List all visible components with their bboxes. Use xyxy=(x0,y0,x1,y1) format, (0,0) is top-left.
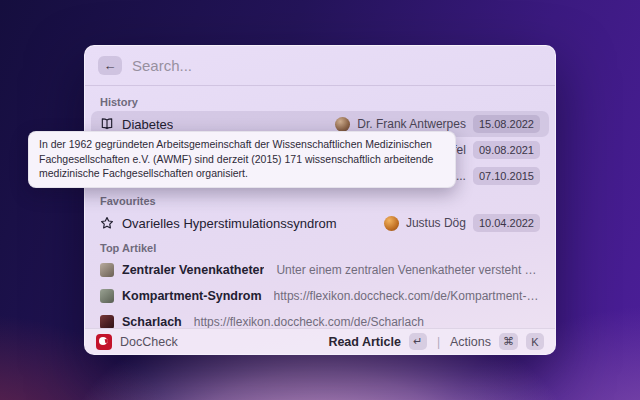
date-badge: 10.04.2022 xyxy=(473,214,540,232)
author-name: Justus Dög xyxy=(406,216,466,230)
item-title: Diabetes xyxy=(122,117,173,132)
item-title: Ovarielles Hyperstimulationssyndrom xyxy=(122,216,337,231)
actions-button[interactable]: Actions xyxy=(450,335,491,349)
search-bar: ← xyxy=(85,46,555,85)
date-badge: 15.08.2022 xyxy=(473,115,540,133)
article-item-scharlach[interactable]: Scharlach https://flexikon.doccheck.com/… xyxy=(91,309,549,328)
author-avatar xyxy=(335,117,350,132)
back-button[interactable]: ← xyxy=(98,56,122,75)
article-subtitle: Unter einem zentralen Venenkatheter vers… xyxy=(276,263,540,277)
footer-separator: | xyxy=(437,335,440,349)
awmf-tooltip: In der 1962 gegründeten Arbeitsgemeinsch… xyxy=(28,131,456,188)
k-key-icon: K xyxy=(526,333,544,350)
arrow-left-icon: ← xyxy=(104,59,117,72)
date-badge: 09.08.2021 xyxy=(473,141,540,159)
article-thumbnail xyxy=(100,289,114,303)
article-title: Kompartment-Syndrom xyxy=(122,289,262,303)
command-key-icon: ⌘ xyxy=(499,333,518,350)
article-thumbnail xyxy=(100,315,114,328)
footer-bar: DocCheck Read Article ↵ | Actions ⌘ K xyxy=(85,328,555,354)
section-label-top-artikel: Top Artikel xyxy=(100,242,540,254)
app-name: DocCheck xyxy=(120,335,178,349)
read-article-button[interactable]: Read Article xyxy=(328,335,400,349)
article-item-venenkatheter[interactable]: Zentraler Venenkatheter Unter einem zent… xyxy=(91,257,549,283)
article-subtitle: https://flexikon.doccheck.com/de/Scharla… xyxy=(194,315,424,328)
author-name: Dr. Frank Antwerpes xyxy=(357,117,466,131)
favourite-item-ohss[interactable]: Ovarielles Hyperstimulationssyndrom Just… xyxy=(91,210,549,236)
results-list: History Diabetes Dr. Frank Antwerpes 15.… xyxy=(85,86,555,328)
section-label-favourites: Favourites xyxy=(100,195,540,207)
launcher-window: ← History Diabetes Dr. Frank Antwerpes 1… xyxy=(84,45,556,355)
return-key-icon: ↵ xyxy=(409,333,427,350)
article-title: Scharlach xyxy=(122,315,182,328)
author-avatar xyxy=(384,216,399,231)
article-item-kompartment[interactable]: Kompartment-Syndrom https://flexikon.doc… xyxy=(91,283,549,309)
section-label-history: History xyxy=(100,96,540,108)
doccheck-logo-icon xyxy=(96,334,112,350)
article-title: Zentraler Venenkatheter xyxy=(122,263,264,277)
open-book-icon xyxy=(100,117,114,131)
date-badge: 07.10.2015 xyxy=(473,167,540,185)
article-thumbnail xyxy=(100,263,114,277)
search-input[interactable] xyxy=(132,57,542,74)
star-icon xyxy=(100,216,114,230)
article-subtitle: https://flexikon.doccheck.com/de/Kompart… xyxy=(274,289,540,303)
